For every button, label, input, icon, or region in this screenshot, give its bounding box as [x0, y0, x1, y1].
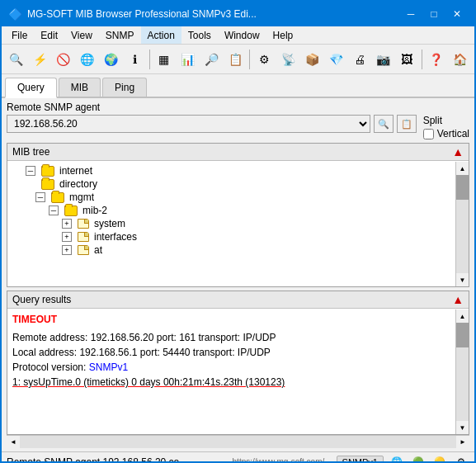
- minimize-button[interactable]: ─: [400, 5, 422, 23]
- result-line-1: Remote address: 192.168.56.20 port: 161 …: [12, 330, 464, 345]
- status-icon-gear[interactable]: ⚙: [453, 454, 469, 464]
- mib-tree-scrollbar[interactable]: ▲ ▼: [455, 162, 469, 286]
- tree-node-at[interactable]: + at: [11, 243, 465, 257]
- scroll-up-button[interactable]: ▲: [456, 162, 469, 175]
- status-right: https://www.mg-soft.com/... SNMPv1 🌐 🟢 🟡…: [233, 454, 469, 464]
- mib2-folder-icon: [64, 206, 78, 216]
- mgmt-toggle[interactable]: ─: [35, 192, 45, 202]
- timeout-text: TIMEOUT: [12, 314, 57, 325]
- menu-tools[interactable]: Tools: [181, 26, 218, 44]
- query-results-scrollbar[interactable]: ▲ ▼: [455, 309, 469, 434]
- status-icon-green[interactable]: 🟢: [410, 454, 427, 464]
- tab-ping[interactable]: Ping: [102, 78, 147, 97]
- tb-btn-grid[interactable]: ▦: [153, 48, 175, 71]
- scroll-thumb[interactable]: [456, 175, 469, 200]
- mib-tree-header: MIB tree ▲: [7, 144, 469, 161]
- menu-help[interactable]: Help: [266, 26, 300, 44]
- mib-tree-section: MIB tree ▲ ─ internet directory: [7, 143, 469, 287]
- close-button[interactable]: ✕: [446, 5, 468, 23]
- tb-btn-gem[interactable]: 💎: [325, 48, 347, 71]
- hscroll-right-button[interactable]: ►: [456, 436, 469, 449]
- qr-scroll-thumb[interactable]: [456, 323, 469, 347]
- menu-edit[interactable]: Edit: [34, 26, 64, 44]
- menu-window[interactable]: Window: [218, 26, 266, 44]
- menu-snmp[interactable]: SNMP: [99, 26, 141, 44]
- at-leaf-icon: [78, 245, 89, 255]
- tb-btn-info[interactable]: ℹ: [124, 48, 146, 71]
- tb-btn-copy[interactable]: 📋: [224, 48, 247, 71]
- qr-scroll-track[interactable]: [456, 323, 469, 421]
- menu-view[interactable]: View: [64, 26, 99, 44]
- tree-node-system[interactable]: + system: [11, 217, 465, 230]
- agent-select[interactable]: 192.168.56.20: [7, 115, 370, 133]
- tb-btn-home[interactable]: 🏠: [449, 48, 471, 71]
- url-hint: https://www.mg-soft.com/...: [233, 457, 332, 463]
- sysuptime-text: 1: sysUpTime.0 (timeticks) 0 days 00h:21…: [12, 376, 285, 388]
- agent-row: 192.168.56.20 🔍 📋: [7, 115, 417, 133]
- split-vertical-checkbox[interactable]: [423, 129, 434, 139]
- internet-folder-icon: [41, 166, 54, 177]
- qr-scroll-up-button[interactable]: ▲: [456, 309, 469, 323]
- tree-node-mib2[interactable]: ─ mib-2: [11, 204, 465, 217]
- mib2-toggle[interactable]: ─: [49, 206, 59, 215]
- agent-section: Remote SNMP agent 192.168.56.20 🔍 📋 Spli…: [7, 102, 469, 139]
- tb-btn-world[interactable]: 🌍: [100, 48, 122, 71]
- tab-query[interactable]: Query: [5, 78, 57, 98]
- agent-label: Remote SNMP agent: [7, 102, 417, 113]
- tree-node-interfaces[interactable]: + interfaces: [11, 230, 465, 243]
- qr-scroll-down-button[interactable]: ▼: [456, 421, 469, 434]
- tabs-container: Query MIB Ping: [2, 74, 474, 98]
- menu-bar: File Edit View SNMP Action Tools Window …: [2, 26, 474, 45]
- tb-btn-run[interactable]: ⚡: [29, 48, 51, 71]
- toolbar-separator-2: [249, 50, 250, 69]
- tree-node-directory[interactable]: directory: [11, 177, 465, 191]
- at-toggle[interactable]: +: [62, 245, 72, 255]
- status-icon-yellow[interactable]: 🟡: [431, 454, 448, 464]
- tb-btn-help[interactable]: ❓: [426, 48, 448, 71]
- tb-btn-package[interactable]: 📦: [301, 48, 323, 71]
- tab-mib[interactable]: MIB: [59, 78, 101, 97]
- horizontal-scrollbar[interactable]: ◄ ►: [7, 435, 469, 448]
- result-line-4: 1: sysUpTime.0 (timeticks) 0 days 00h:21…: [12, 375, 464, 390]
- status-icon-globe[interactable]: 🌐: [389, 454, 405, 464]
- tb-btn-settings[interactable]: ⚙: [253, 48, 276, 71]
- menu-file[interactable]: File: [5, 26, 34, 44]
- system-label: system: [94, 218, 125, 229]
- interfaces-toggle[interactable]: +: [62, 232, 72, 242]
- tree-node-mgmt[interactable]: ─ mgmt: [11, 191, 465, 204]
- tb-btn-zoom[interactable]: 🔎: [200, 48, 223, 71]
- mib2-label: mib-2: [82, 205, 107, 216]
- tb-btn-search[interactable]: 🔍: [5, 48, 27, 71]
- tb-btn-image[interactable]: 🖼: [396, 48, 418, 71]
- hscroll-track[interactable]: [20, 436, 456, 448]
- toolbar: 🔍 ⚡ 🚫 🌐 🌍 ℹ ▦ 📊 🔎 📋 ⚙ 📡 📦 💎 🖨 📷 🖼 ❓ 🏠: [2, 45, 474, 74]
- scroll-track[interactable]: [456, 175, 469, 273]
- mgmt-folder-icon: [51, 192, 64, 203]
- protocol-version-link[interactable]: SNMPv1: [89, 361, 128, 373]
- menu-action[interactable]: Action: [141, 26, 181, 44]
- tb-btn-stop[interactable]: 🚫: [53, 48, 75, 71]
- system-toggle[interactable]: +: [62, 219, 72, 229]
- query-results-collapse[interactable]: ▲: [452, 293, 464, 306]
- mib-tree-collapse[interactable]: ▲: [452, 145, 464, 158]
- tb-btn-globe[interactable]: 🌐: [76, 48, 98, 71]
- hscroll-left-button[interactable]: ◄: [7, 436, 20, 449]
- scroll-down-button[interactable]: ▼: [456, 273, 469, 286]
- interfaces-leaf-icon: [78, 232, 89, 242]
- status-bar: Remote SNMP agent 192.168.56.20 co https…: [2, 451, 474, 463]
- agent-search-button[interactable]: 🔍: [374, 115, 394, 133]
- query-results-title: Query results: [12, 294, 71, 305]
- maximize-button[interactable]: □: [423, 5, 445, 23]
- tree-content[interactable]: ─ internet directory ─: [7, 161, 469, 286]
- tb-btn-network[interactable]: 📡: [277, 48, 299, 71]
- agent-config-button[interactable]: 📋: [397, 115, 417, 133]
- tb-btn-chart[interactable]: 📊: [177, 48, 199, 71]
- tb-btn-camera[interactable]: 📷: [372, 48, 394, 71]
- status-text: Remote SNMP agent 192.168.56.20 co: [7, 456, 229, 464]
- internet-toggle[interactable]: ─: [26, 166, 35, 176]
- directory-folder-icon: [41, 179, 54, 190]
- app-icon: 🔷: [8, 7, 22, 21]
- tree-node-internet[interactable]: ─ internet: [11, 164, 465, 177]
- timeout-line: TIMEOUT: [12, 312, 464, 327]
- tb-btn-print[interactable]: 🖨: [348, 48, 370, 71]
